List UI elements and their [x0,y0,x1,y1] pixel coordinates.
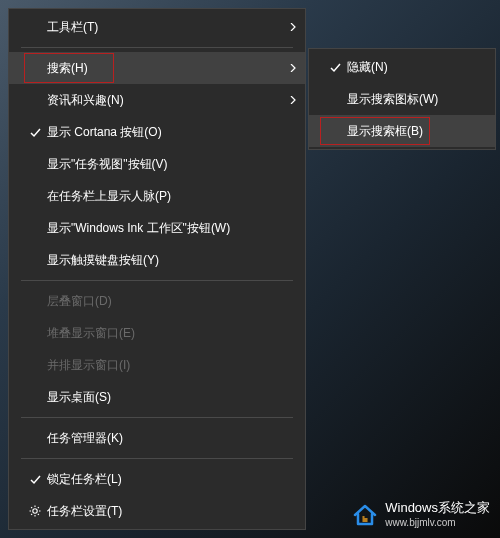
chevron-right-icon [281,96,297,104]
checkmark-icon [323,61,347,74]
menu-item-toolbars[interactable]: 工具栏(T) [9,11,305,43]
label-search: 搜索(H) [47,60,281,77]
separator [21,458,293,459]
menu-item-lock-taskbar[interactable]: 锁定任务栏(L) [9,463,305,495]
label-toolbars: 工具栏(T) [47,19,281,36]
separator [21,417,293,418]
gear-icon [23,504,47,518]
submenu-item-show-box[interactable]: 显示搜索框(B) [309,115,495,147]
menu-item-news-interests[interactable]: 资讯和兴趣(N) [9,84,305,116]
checkmark-icon [23,473,47,486]
label-taskbar-settings: 任务栏设置(T) [47,503,281,520]
label-ink: 显示"Windows Ink 工作区"按钮(W) [47,220,281,237]
checkmark-icon [23,126,47,139]
watermark-brand: Windows系统之家 [385,499,490,517]
label-show-box: 显示搜索框(B) [347,123,487,140]
menu-item-stacked: 堆叠显示窗口(E) [9,317,305,349]
menu-item-search[interactable]: 搜索(H) [9,52,305,84]
separator [21,47,293,48]
separator [21,280,293,281]
label-people: 在任务栏上显示人脉(P) [47,188,281,205]
chevron-right-icon [281,23,297,31]
watermark: Windows系统之家 www.bjjmlv.com [351,499,490,528]
menu-item-cascade: 层叠窗口(D) [9,285,305,317]
menu-item-task-view[interactable]: 显示"任务视图"按钮(V) [9,148,305,180]
menu-item-task-manager[interactable]: 任务管理器(K) [9,422,305,454]
menu-item-people[interactable]: 在任务栏上显示人脉(P) [9,180,305,212]
label-lock-taskbar: 锁定任务栏(L) [47,471,281,488]
label-task-manager: 任务管理器(K) [47,430,281,447]
brand-cn: 系统之家 [438,500,490,515]
label-task-view: 显示"任务视图"按钮(V) [47,156,281,173]
label-touch-keyboard: 显示触摸键盘按钮(Y) [47,252,281,269]
taskbar-context-menu: 工具栏(T) 搜索(H) 资讯和兴趣(N) 显示 Cortana 按钮(O) 显… [8,8,306,530]
menu-item-taskbar-settings[interactable]: 任务栏设置(T) [9,495,305,527]
menu-item-ink[interactable]: 显示"Windows Ink 工作区"按钮(W) [9,212,305,244]
label-show-icon: 显示搜索图标(W) [347,91,487,108]
label-cascade: 层叠窗口(D) [47,293,281,310]
label-show-desktop: 显示桌面(S) [47,389,281,406]
submenu-item-hidden[interactable]: 隐藏(N) [309,51,495,83]
label-side-by-side: 并排显示窗口(I) [47,357,281,374]
label-stacked: 堆叠显示窗口(E) [47,325,281,342]
brand-win: Windows [385,500,438,515]
menu-item-show-desktop[interactable]: 显示桌面(S) [9,381,305,413]
label-news: 资讯和兴趣(N) [47,92,281,109]
watermark-url: www.bjjmlv.com [385,517,490,528]
search-submenu: 隐藏(N) 显示搜索图标(W) 显示搜索框(B) [308,48,496,150]
menu-item-touch-keyboard[interactable]: 显示触摸键盘按钮(Y) [9,244,305,276]
svg-point-0 [33,509,37,513]
label-cortana: 显示 Cortana 按钮(O) [47,124,281,141]
label-hidden: 隐藏(N) [347,59,487,76]
chevron-right-icon [281,64,297,72]
menu-item-cortana[interactable]: 显示 Cortana 按钮(O) [9,116,305,148]
submenu-item-show-icon[interactable]: 显示搜索图标(W) [309,83,495,115]
house-logo-icon [351,500,379,528]
menu-item-side-by-side: 并排显示窗口(I) [9,349,305,381]
